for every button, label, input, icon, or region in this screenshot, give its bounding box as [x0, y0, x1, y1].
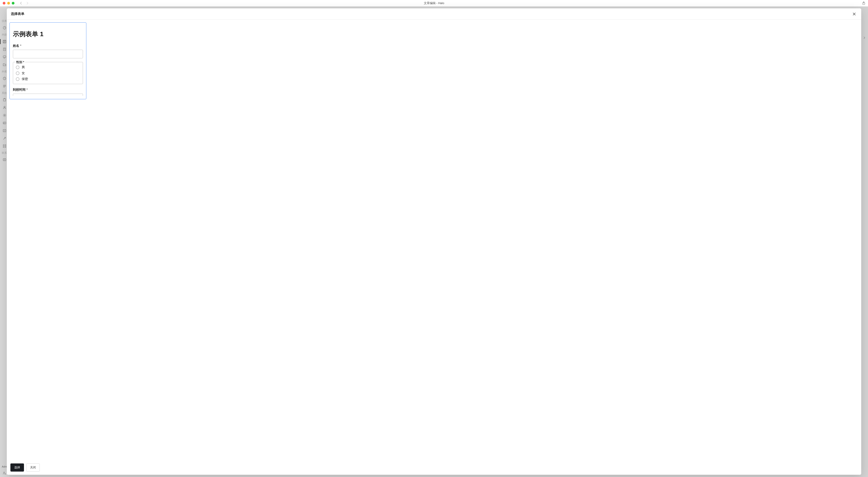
form-card-example-1[interactable]: 示例表单 1 姓名 * 性别 * 男 [9, 22, 86, 99]
form-label-name: 姓名 * [13, 44, 83, 48]
close-icon[interactable] [851, 12, 857, 16]
nav-forward-icon[interactable] [26, 2, 29, 5]
name-input[interactable] [13, 50, 83, 58]
form-label-arrival: 到校时间 * [13, 88, 83, 92]
close-window-button[interactable] [3, 2, 5, 4]
select-button[interactable]: 选择 [10, 464, 24, 472]
window-title-bar: 文章编辑 - Halo [0, 0, 868, 6]
gender-radio-secret[interactable]: 保密 [16, 76, 80, 82]
modal-overlay: 选择表单 示例表单 1 姓名 * 性别 * [0, 6, 868, 477]
form-card-title: 示例表单 1 [13, 30, 83, 38]
gender-legend: 性别 * [16, 60, 25, 64]
radio-icon [16, 71, 20, 75]
modal-header: 选择表单 [7, 8, 861, 20]
nav-arrows [20, 2, 29, 5]
modal-title: 选择表单 [11, 12, 24, 16]
window-title: 文章编辑 - Halo [424, 1, 444, 5]
share-icon[interactable] [862, 1, 865, 5]
nav-back-icon[interactable] [20, 2, 22, 5]
window-controls [3, 2, 14, 4]
maximize-window-button[interactable] [12, 2, 14, 4]
gender-radio-female[interactable]: 女 [16, 70, 80, 76]
minimize-window-button[interactable] [7, 2, 10, 4]
radio-icon [16, 77, 20, 81]
modal-footer: 选择 关闭 [7, 461, 861, 475]
gender-fieldset: 性别 * 男 女 保密 [13, 62, 83, 84]
arrival-input-partial[interactable] [13, 94, 83, 96]
modal-body: 示例表单 1 姓名 * 性别 * 男 [7, 20, 861, 461]
gender-radio-male[interactable]: 男 [16, 64, 80, 70]
radio-icon [16, 65, 20, 69]
close-button[interactable]: 关闭 [26, 464, 40, 472]
select-form-modal: 选择表单 示例表单 1 姓名 * 性别 * [7, 8, 861, 475]
